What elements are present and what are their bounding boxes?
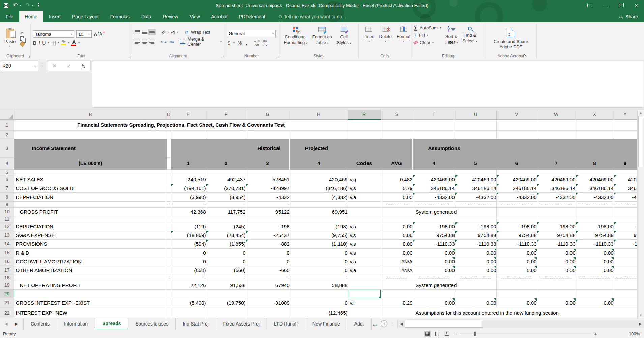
cell-B7[interactable]: COST OF GOODS SOLD xyxy=(14,184,167,192)
cell-S2[interactable] xyxy=(381,130,413,139)
cell-S22[interactable] xyxy=(381,307,413,318)
cell-F9[interactable]: - xyxy=(206,201,246,207)
cell-E4[interactable]: 1 xyxy=(171,157,206,169)
cell-Y13[interactable]: 9754.88 xyxy=(614,231,637,239)
cell-F18[interactable]: - xyxy=(206,275,246,281)
cell-V19[interactable] xyxy=(496,281,537,289)
tab-scroll-separator[interactable]: ⋮ xyxy=(387,321,397,326)
cell-G8[interactable]: -4332 xyxy=(246,192,290,201)
cell-E2[interactable] xyxy=(171,130,206,139)
cell-G16[interactable]: 0 xyxy=(246,257,290,266)
row-header-22[interactable]: 22 xyxy=(0,307,14,318)
borders-dropdown-icon[interactable]: ▾ xyxy=(58,41,59,44)
cell-E8[interactable]: (3,990) xyxy=(171,192,206,201)
cell-X9[interactable]: ----------------- xyxy=(576,201,614,207)
cell-S15[interactable]: 0.00 xyxy=(381,248,413,257)
cell-E9[interactable]: - xyxy=(171,201,206,207)
cell-W13[interactable]: 9754.88 xyxy=(537,231,576,239)
cell-B22[interactable]: INTEREST EXP--NEW xyxy=(14,307,167,318)
row-header-5[interactable]: 5 xyxy=(0,169,14,175)
sheet-tab-contents[interactable]: Contents xyxy=(23,318,57,329)
cell-X2[interactable] xyxy=(576,130,614,139)
cell-E15[interactable]: 0 xyxy=(171,248,206,257)
cell-T4[interactable]: 4 xyxy=(413,157,455,169)
sheet-tab-information[interactable]: Information xyxy=(57,318,95,329)
cell-D12[interactable] xyxy=(167,222,171,231)
cell-T2[interactable] xyxy=(413,130,455,139)
cell-G14[interactable]: -882 xyxy=(246,239,290,248)
cell-X16[interactable]: 0.00 xyxy=(576,257,614,266)
cell-F2[interactable] xyxy=(206,130,246,139)
cell-Y11[interactable] xyxy=(614,216,637,222)
cell-T1[interactable] xyxy=(413,119,455,130)
increase-decimal-button[interactable]: ←.0.00 xyxy=(254,39,259,47)
cell-U1[interactable] xyxy=(455,119,496,130)
sheet-nav-left-icon[interactable]: ◀ xyxy=(5,322,7,326)
cell-W19[interactable] xyxy=(537,281,576,289)
cell-T21[interactable]: 0.00 xyxy=(413,298,455,307)
cell-F20[interactable] xyxy=(206,289,246,298)
sheet-tab-sources-uses[interactable]: Sources & uses xyxy=(128,318,176,329)
cell-E14[interactable]: (594) xyxy=(171,239,206,248)
cell-X19[interactable] xyxy=(576,281,614,289)
cell-S6[interactable]: 0.482 xyxy=(381,175,413,184)
cell-X5[interactable] xyxy=(576,169,614,175)
sheet-tab-new-finance[interactable]: New Finance xyxy=(305,318,347,329)
cell-D20[interactable] xyxy=(167,289,171,298)
cell-H10[interactable]: 69,951 xyxy=(290,207,348,216)
conditional-formatting-button[interactable]: Conditional Formatting ▾ xyxy=(282,25,310,46)
column-header-H[interactable]: H xyxy=(290,110,348,119)
cell-W21[interactable]: 0.00 xyxy=(537,298,576,307)
column-header-D[interactable]: D xyxy=(167,110,171,119)
cell-T15[interactable]: 0.00 xyxy=(413,248,455,257)
cell-Y18[interactable]: ------------ xyxy=(614,275,637,281)
cell-B10[interactable]: GROSS PROFIT xyxy=(14,207,167,216)
cell-W15[interactable]: 0.00 xyxy=(537,248,576,257)
zoom-slider[interactable] xyxy=(460,334,591,334)
row-header-11[interactable]: 11 xyxy=(0,216,14,222)
cell-X21[interactable]: 0.00 xyxy=(576,298,614,307)
column-header-Y[interactable]: Y xyxy=(614,110,637,119)
column-header-W[interactable]: W xyxy=(537,110,576,119)
text-direction-dropdown-icon[interactable]: ▾ xyxy=(177,31,178,34)
font-size-select[interactable]: 10▾ xyxy=(76,30,92,38)
cell-V17[interactable]: 0.00 xyxy=(496,266,537,275)
cell-R12[interactable]: v,a xyxy=(348,222,381,231)
cell-Y19[interactable] xyxy=(614,281,637,289)
cell-H5[interactable] xyxy=(290,169,348,175)
cell-V1[interactable] xyxy=(496,119,537,130)
cell-T6[interactable]: 420469.00 xyxy=(413,175,455,184)
cell-T8[interactable]: -4332.00 xyxy=(413,192,455,201)
cell-W12[interactable]: -198.00 xyxy=(537,222,576,231)
cell-D7[interactable] xyxy=(167,184,171,192)
cell-styles-button[interactable]: Cell Styles ▾ xyxy=(334,25,353,46)
horizontal-scroll-thumb[interactable] xyxy=(405,320,482,328)
ribbon-tab-view[interactable]: View xyxy=(184,11,205,22)
cell-R21[interactable]: v,i xyxy=(348,298,381,307)
alignment-dialog-launcher-icon[interactable] xyxy=(221,56,223,58)
cell-E22[interactable] xyxy=(171,307,206,318)
cell-X13[interactable]: 9754.88 xyxy=(576,231,614,239)
cell-T22[interactable]: Assumptions for this account entered in … xyxy=(413,307,637,318)
cell-H6[interactable]: 420,469 xyxy=(290,175,348,184)
ribbon-tab-insert[interactable]: Insert xyxy=(43,11,66,22)
cell-U20[interactable] xyxy=(455,289,496,298)
cell-F8[interactable]: (3,954) xyxy=(206,192,246,201)
fill-color-dropdown-icon[interactable]: ▾ xyxy=(68,41,69,44)
row-header-7[interactable]: 7 xyxy=(0,184,14,192)
cell-E6[interactable]: 240,519 xyxy=(171,175,206,184)
number-dialog-launcher-icon[interactable] xyxy=(276,56,278,58)
cell-S20[interactable] xyxy=(381,289,413,298)
cell-X8[interactable]: -4332.00 xyxy=(576,192,614,201)
cell-R20[interactable] xyxy=(348,289,381,298)
customize-qat-icon[interactable]: ▾ xyxy=(38,3,39,7)
cell-E7[interactable]: (194,161) xyxy=(171,184,206,192)
cell-B15[interactable]: R & D xyxy=(14,248,167,257)
cell-Y4[interactable]: 9 xyxy=(614,157,637,169)
cell-G19[interactable]: 67945 xyxy=(246,281,290,289)
cell-R9[interactable] xyxy=(348,201,381,207)
cell-D10[interactable] xyxy=(167,207,171,216)
create-share-pdf-button[interactable]: Create and Share Adobe PDF xyxy=(491,27,531,50)
minimize-button[interactable]: — xyxy=(597,0,613,11)
cell-R1[interactable] xyxy=(348,119,381,130)
